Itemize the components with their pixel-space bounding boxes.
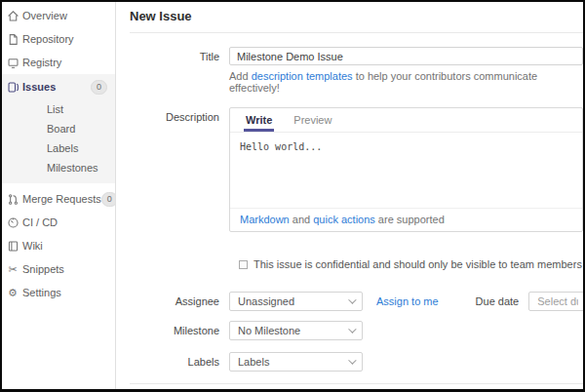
sidebar-item-label: Wiki (22, 240, 43, 252)
sidebar-item-label: Board (47, 123, 75, 135)
description-templates-link[interactable]: description templates (252, 70, 353, 82)
sidebar-item-snippets[interactable]: ✂ Snippets (2, 257, 115, 281)
sidebar-item-board[interactable]: Board (2, 119, 115, 138)
sidebar-item-merge-requests[interactable]: Merge Requests 0 (2, 187, 115, 211)
sidebar-item-label: Issues (22, 81, 56, 93)
footer-mid: and (290, 214, 313, 225)
home-icon (6, 9, 20, 22)
sidebar-item-label: Repository (22, 33, 74, 45)
description-textarea[interactable]: Hello world... (230, 133, 582, 208)
description-editor: Write Preview Hello world... Markdown an… (229, 107, 583, 232)
labels-label: Labels (130, 352, 229, 372)
sidebar-item-wiki[interactable]: Wiki (2, 234, 115, 257)
milestone-label: Milestone (130, 321, 229, 340)
merge-request-icon (6, 192, 20, 206)
assignee-value: Unassigned (238, 295, 294, 307)
sidebar-item-settings[interactable]: ⚙ Settings (2, 281, 115, 304)
title-input[interactable] (229, 47, 583, 65)
chevron-down-icon (348, 356, 356, 364)
footer-suffix: are supported (375, 214, 445, 225)
tab-preview[interactable]: Preview (292, 108, 333, 132)
confidential-label[interactable]: This issue is confidential and should on… (254, 258, 583, 270)
labels-value: Labels (238, 356, 269, 368)
title-row: Title Add description templates to help … (130, 47, 583, 94)
assign-to-me-link[interactable]: Assign to me (376, 295, 439, 307)
monitor-icon (6, 56, 20, 69)
project-sidebar: Overview Repository Registry Issues 0 (2, 2, 116, 389)
milestone-row: Milestone No Milestone (130, 321, 583, 340)
help-prefix: Add (229, 70, 252, 82)
gear-icon: ⚙ (6, 286, 20, 299)
file-icon (6, 32, 20, 46)
editor-tabbar: Write Preview (230, 108, 582, 133)
sidebar-item-issues[interactable]: Issues 0 (2, 74, 115, 99)
sidebar-item-label: List (47, 103, 63, 115)
sidebar-item-label: Merge Requests (22, 193, 101, 205)
sidebar-item-labels[interactable]: Labels (2, 138, 115, 158)
sidebar-item-label: Overview (22, 10, 67, 21)
sidebar-item-label: Milestones (47, 162, 98, 174)
sidebar-item-label: Snippets (22, 263, 64, 275)
labels-dropdown[interactable]: Labels (229, 352, 363, 372)
markdown-link[interactable]: Markdown (240, 214, 290, 225)
assignee-dropdown[interactable]: Unassigned (229, 292, 363, 311)
sidebar-item-milestones[interactable]: Milestones (2, 158, 115, 177)
title-help-text: Add description templates to help your c… (229, 70, 583, 94)
sidebar-item-repository[interactable]: Repository (2, 27, 115, 51)
confidential-row: This issue is confidential and should on… (130, 258, 583, 270)
tab-write[interactable]: Write (244, 108, 274, 132)
sidebar-item-label: Settings (22, 287, 61, 298)
milestone-value: No Milestone (238, 325, 300, 336)
book-icon (6, 239, 20, 253)
quick-actions-link[interactable]: quick actions (313, 214, 375, 225)
description-row: Description Write Preview Hello world...… (130, 107, 583, 232)
sidebar-item-overview[interactable]: Overview (2, 4, 115, 27)
assignee-label: Assignee (130, 292, 229, 311)
editor-footer: Markdown and quick actions are supported (230, 208, 582, 231)
sidebar-item-label: Labels (47, 142, 78, 154)
sidebar-item-label: Registry (22, 57, 61, 68)
labels-row: Labels Labels (130, 352, 583, 372)
header-divider (130, 32, 583, 33)
merge-requests-count-badge: 0 (101, 192, 116, 207)
sidebar-item-ci-cd[interactable]: CI / CD (2, 211, 115, 234)
sidebar-item-list[interactable]: List (2, 99, 115, 119)
chevron-down-icon (348, 325, 356, 333)
confidential-checkbox[interactable] (239, 260, 248, 269)
page-title: New Issue (130, 9, 583, 23)
due-date-label: Due date (476, 295, 520, 307)
scissors-icon: ✂ (6, 262, 20, 276)
issues-count-badge: 0 (91, 80, 107, 95)
app-window: Overview Repository Registry Issues 0 (0, 0, 585, 392)
title-label: Title (130, 47, 229, 94)
chevron-down-icon (348, 295, 356, 303)
sidebar-item-registry[interactable]: Registry (2, 51, 115, 74)
description-label: Description (130, 107, 229, 232)
gauge-icon (6, 216, 20, 229)
new-issue-page: New Issue Title Add description template… (116, 2, 583, 389)
milestone-dropdown[interactable]: No Milestone (229, 321, 363, 340)
sidebar-issues-group: Issues 0 List Board Labels Milestones (2, 74, 115, 183)
footer-divider (130, 383, 583, 384)
assignee-row: Assignee Unassigned Assign to me Due dat… (130, 292, 583, 311)
issues-icon (6, 80, 20, 94)
sidebar-item-label: CI / CD (22, 216, 58, 228)
due-date-input[interactable] (528, 292, 583, 311)
